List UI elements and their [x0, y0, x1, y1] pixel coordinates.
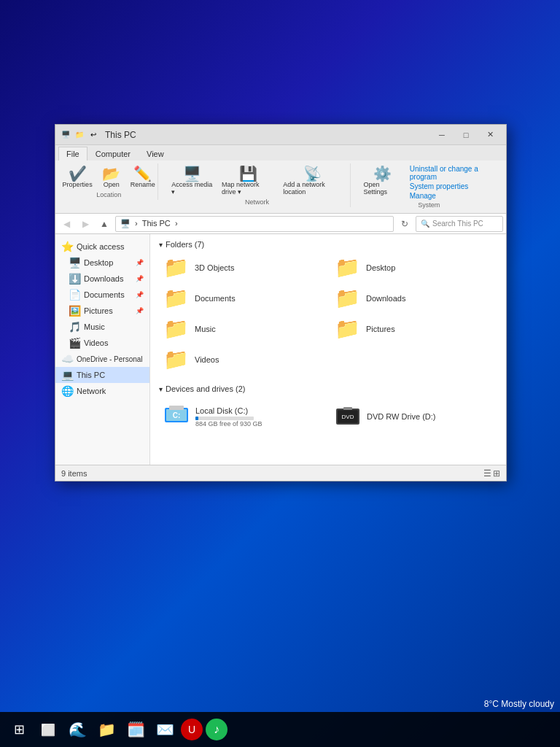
- grid-view-button[interactable]: ⊞: [493, 468, 500, 479]
- drives-chevron-icon[interactable]: ▾: [159, 385, 163, 393]
- drive-d[interactable]: DVD DVD RW Drive (D:): [330, 399, 497, 434]
- sidebar-item-music[interactable]: 🎵 Music: [55, 319, 149, 335]
- sidebar-label-desktop: Desktop: [84, 258, 113, 267]
- item-count: 9 items: [61, 469, 87, 478]
- sidebar-item-network[interactable]: 🌐 Network: [55, 383, 149, 399]
- tab-file[interactable]: File: [58, 147, 88, 160]
- properties-button[interactable]: ✔️ Properties: [60, 165, 96, 190]
- folder-3d-objects[interactable]: 📁 3D Objects: [159, 255, 326, 281]
- sidebar-item-videos[interactable]: 🎬 Videos: [55, 335, 149, 351]
- folder-desktop[interactable]: 📁 Desktop: [330, 255, 497, 281]
- tab-view[interactable]: View: [139, 147, 172, 160]
- search-button[interactable]: ⬜: [35, 716, 61, 743]
- minimize-button[interactable]: ─: [430, 126, 454, 144]
- address-path[interactable]: 🖥️ › This PC ›: [115, 216, 394, 232]
- folder-3d-objects-icon: 📁: [163, 258, 189, 278]
- drive-c[interactable]: C: Local Disk (C:) 884 GB free of 930 GB: [159, 399, 326, 434]
- ribbon-location-items: ✔️ Properties 📂 Open ✏️ Rename: [60, 165, 158, 190]
- mail-icon[interactable]: ✉️: [152, 716, 178, 743]
- access-media-label: Access media ▾: [171, 181, 213, 196]
- settings-icon: ⚙️: [373, 166, 392, 181]
- forward-button[interactable]: ▶: [77, 216, 93, 232]
- sidebar-label-this-pc: This PC: [77, 371, 105, 379]
- folder-3d-objects-label: 3D Objects: [195, 263, 234, 272]
- search-placeholder: Search This PC: [432, 220, 483, 228]
- folder-videos[interactable]: 📁 Videos: [159, 347, 326, 373]
- close-button[interactable]: ✕: [478, 126, 502, 144]
- taskbar: ⊞ ⬜ 🌊 📁 🗓️ ✉️ U ♪: [0, 712, 560, 747]
- sidebar-item-desktop[interactable]: 🖥️ Desktop 📌: [55, 255, 149, 271]
- red-app-icon[interactable]: U: [181, 719, 203, 740]
- sidebar-label-videos: Videos: [84, 338, 108, 347]
- path-text: 🖥️ › This PC ›: [120, 219, 178, 228]
- folder-music-label: Music: [195, 325, 216, 333]
- open-button[interactable]: 📂 Open: [98, 165, 125, 190]
- search-box[interactable]: 🔍 Search This PC: [416, 216, 503, 232]
- open-label: Open: [104, 181, 120, 188]
- sidebar-item-quick-access[interactable]: ⭐ Quick access: [55, 239, 149, 255]
- sidebar-item-pictures[interactable]: 🖼️ Pictures 📌: [55, 303, 149, 319]
- undo-icon[interactable]: ↩: [88, 129, 99, 141]
- drives-section-title: Devices and drives (2): [166, 384, 245, 393]
- folders-chevron-icon[interactable]: ▾: [159, 241, 163, 249]
- start-button[interactable]: ⊞: [6, 716, 32, 743]
- folder-music[interactable]: 📁 Music: [159, 316, 326, 342]
- sidebar: ⭐ Quick access 🖥️ Desktop 📌 ⬇️ Downloads…: [55, 234, 150, 465]
- maximize-button[interactable]: □: [454, 126, 478, 144]
- svg-rect-3: [169, 406, 184, 410]
- tab-computer[interactable]: Computer: [88, 147, 139, 160]
- folder-documents[interactable]: 📁 Documents: [159, 285, 326, 311]
- window-controls: ─ □ ✕: [430, 126, 502, 144]
- sidebar-item-this-pc[interactable]: 💻 This PC: [55, 367, 149, 383]
- sidebar-label-documents: Documents: [84, 290, 125, 299]
- folder-downloads[interactable]: 📁 Downloads: [330, 285, 497, 311]
- status-bar: 9 items ☰ ⊞: [55, 465, 506, 481]
- drive-d-icon: DVD: [335, 404, 361, 429]
- folder-downloads-icon: 📁: [335, 288, 360, 309]
- search-icon: 🔍: [421, 220, 429, 228]
- edge-icon[interactable]: 🌊: [64, 716, 90, 743]
- quick-access-icon[interactable]: 📁: [74, 129, 85, 141]
- open-icon: 📂: [102, 166, 120, 181]
- sidebar-item-onedrive[interactable]: ☁️ OneDrive - Personal: [55, 351, 149, 367]
- add-location-label: Add a network location: [283, 181, 342, 196]
- desktop-pin-icon: 📌: [136, 259, 144, 266]
- sidebar-item-downloads[interactable]: ⬇️ Downloads 📌: [55, 271, 149, 287]
- manage-link[interactable]: Manage: [410, 192, 497, 200]
- up-button[interactable]: ▲: [96, 216, 112, 232]
- list-view-button[interactable]: ☰: [483, 468, 491, 479]
- calendar-icon[interactable]: 🗓️: [122, 716, 149, 743]
- documents-pin-icon: 📌: [136, 291, 144, 298]
- uninstall-link[interactable]: Uninstall or change a program: [410, 165, 497, 181]
- spotify-icon[interactable]: ♪: [206, 719, 228, 740]
- sidebar-label-network: Network: [77, 387, 106, 395]
- onedrive-icon: ☁️: [61, 353, 73, 365]
- downloads-pin-icon: 📌: [136, 275, 144, 282]
- drive-c-name: Local Disk (C:): [195, 406, 262, 415]
- weather-temp: 8°C: [484, 699, 499, 709]
- open-settings-button[interactable]: ⚙️ Open Settings: [361, 165, 404, 197]
- weather-condition: Mostly cloudy: [501, 699, 554, 709]
- folder-documents-label: Documents: [195, 294, 236, 303]
- folder-pictures[interactable]: 📁 Pictures: [330, 316, 497, 342]
- ribbon-tabs: File Computer View: [55, 145, 506, 160]
- sidebar-label-downloads: Downloads: [84, 274, 123, 283]
- back-button[interactable]: ◀: [58, 216, 74, 232]
- refresh-button[interactable]: ↻: [397, 216, 413, 232]
- folder-pictures-icon: 📁: [335, 319, 360, 339]
- map-drive-button[interactable]: 💾 Map network drive ▾: [219, 165, 277, 197]
- folder-pictures-label: Pictures: [366, 325, 395, 333]
- rename-button[interactable]: ✏️ Rename: [128, 165, 158, 190]
- folder-videos-label: Videos: [195, 355, 219, 364]
- access-media-button[interactable]: 🖥️ Access media ▾: [168, 165, 216, 197]
- files-icon[interactable]: 📁: [93, 716, 120, 743]
- sidebar-item-documents[interactable]: 📄 Documents 📌: [55, 287, 149, 303]
- svg-text:C:: C:: [173, 411, 181, 419]
- status-view-icons: ☰ ⊞: [483, 468, 500, 479]
- system-group-label: System: [418, 201, 440, 209]
- svg-text:DVD: DVD: [342, 414, 354, 420]
- add-location-button[interactable]: 📡 Add a network location: [280, 165, 345, 197]
- system-properties-link[interactable]: System properties: [410, 182, 497, 190]
- window-menu-icon[interactable]: 🖥️: [60, 129, 71, 141]
- ribbon-content: ✔️ Properties 📂 Open ✏️ Rename Location: [55, 160, 506, 213]
